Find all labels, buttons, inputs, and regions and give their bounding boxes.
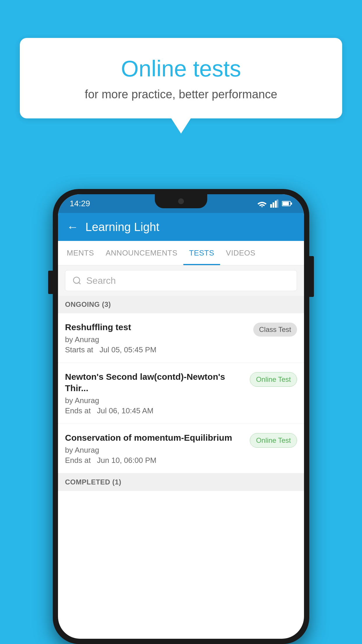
test-author: by Anurag [65,446,244,455]
test-item[interactable]: Newton's Second law(contd)-Newton's Thir… [58,363,304,424]
status-time: 14:29 [70,199,90,208]
speech-bubble-title: Online tests [43,55,319,82]
app-bar-title: Learning Light [85,220,159,234]
test-author: by Anurag [65,396,244,405]
notch [155,194,207,208]
test-badge-online: Online Test [250,372,297,387]
search-box[interactable]: Search [65,270,297,291]
test-list: Reshuffling test by Anurag Starts at Jul… [58,313,304,473]
ongoing-title: ONGOING (3) [65,300,111,308]
svg-rect-1 [270,204,272,208]
svg-rect-2 [273,202,274,208]
test-item[interactable]: Conservation of momentum-Equilibrium by … [58,424,304,473]
back-button[interactable]: ← [67,220,78,234]
search-icon [72,276,82,285]
phone-outer: 14:29 [53,189,309,644]
test-name: Newton's Second law(contd)-Newton's Thir… [65,371,244,394]
test-item[interactable]: Reshuffling test by Anurag Starts at Jul… [58,313,304,363]
status-icons [257,200,292,208]
wifi-icon [257,200,267,207]
test-badge-online: Online Test [250,433,297,448]
speech-bubble: Online tests for more practice, better p… [20,38,342,118]
phone-screen: 14:29 [58,194,304,639]
test-name: Reshuffling test [65,321,247,333]
camera [178,198,184,204]
tabs-container: MENTS ANNOUNCEMENTS TESTS VIDEOS [58,241,304,265]
phone-frame: 14:29 [53,189,309,644]
ongoing-section-header: ONGOING (3) [58,296,304,313]
search-container: Search [58,265,304,296]
speech-bubble-container: Online tests for more practice, better p… [20,38,342,118]
svg-rect-4 [277,200,278,208]
speech-bubble-subtitle: for more practice, better performance [43,88,319,101]
test-badge-class: Class Test [253,323,297,337]
svg-point-8 [73,277,80,283]
test-date: Ends at Jun 10, 06:00 PM [65,456,244,465]
signal-icon [270,200,278,208]
status-bar: 14:29 [58,194,304,213]
test-author: by Anurag [65,335,247,344]
tab-ments[interactable]: MENTS [61,241,100,265]
search-placeholder: Search [86,275,116,286]
tab-tests[interactable]: TESTS [183,241,220,265]
test-date: Starts at Jul 05, 05:45 PM [65,345,247,354]
svg-rect-3 [275,201,277,208]
test-info: Conservation of momentum-Equilibrium by … [65,432,250,465]
tab-videos[interactable]: VIDEOS [220,241,261,265]
svg-line-9 [79,282,80,284]
battery-icon [282,201,292,206]
completed-title: COMPLETED (1) [65,478,121,486]
completed-section-header: COMPLETED (1) [58,473,304,491]
svg-rect-7 [291,202,292,205]
svg-rect-6 [282,202,289,205]
test-name: Conservation of momentum-Equilibrium [65,432,244,443]
svg-point-0 [261,206,263,207]
app-bar: ← Learning Light [58,213,304,241]
tab-announcements[interactable]: ANNOUNCEMENTS [100,241,183,265]
test-info: Reshuffling test by Anurag Starts at Jul… [65,321,253,354]
test-info: Newton's Second law(contd)-Newton's Thir… [65,371,250,415]
test-date: Ends at Jul 06, 10:45 AM [65,406,244,415]
